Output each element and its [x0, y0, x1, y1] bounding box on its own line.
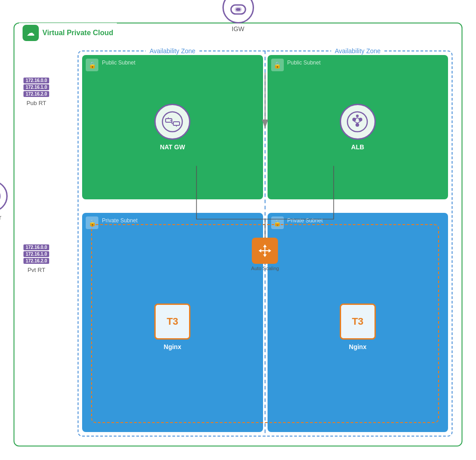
asg-label: Auto Scaling	[251, 266, 279, 271]
t3-chip-left: T3	[154, 304, 190, 340]
top-row: 🔒 Public Subnet	[82, 55, 448, 199]
svg-rect-2	[236, 8, 240, 11]
az-bottom-left: 🔒 Private Subnet T3 Nginx	[82, 213, 263, 432]
subnet-name-top-left: Public Subnet	[102, 60, 135, 66]
az-top-left: 🔒 Public Subnet	[82, 55, 263, 199]
nginx-left-group: T3 Nginx	[154, 304, 190, 350]
vpc-icon: ☁	[23, 25, 39, 41]
router-container: Router	[0, 180, 8, 221]
nginx-left-label: Nginx	[164, 343, 181, 350]
nat-gw-container: NAT GW	[154, 104, 190, 151]
subnet-name-top-right: Public Subnet	[287, 60, 321, 66]
svg-line-18	[357, 121, 360, 123]
alb-label: ALB	[351, 143, 364, 151]
nginx-right-group: T3 Nginx	[340, 304, 376, 350]
pvt-rt-label: Pvt RT	[23, 267, 49, 273]
pvt-rt-ip1: 172.16.0.0	[23, 244, 49, 250]
vpc-container: ☁ Virtual Private Cloud IGW	[14, 23, 462, 446]
az-top-right-label: Availability Zone	[331, 47, 384, 55]
private-subnet-left: 🔒 Private Subnet T3 Nginx	[82, 213, 263, 432]
asg-icon-box	[252, 238, 278, 264]
lock-bottom-right: 🔒	[271, 216, 284, 229]
subnet-name-bottom-left: Private Subnet	[102, 217, 138, 224]
pvt-rt-ip2: 172.16.1.0	[23, 251, 49, 257]
pub-rt-label: Pub RT	[23, 100, 49, 106]
pub-rt: 172.16.0.0 172.16.1.0 172.16.2.0 Pub RT	[23, 78, 49, 106]
pub-rt-ip2: 172.16.1.0	[23, 84, 49, 90]
az-top-right: 🔒 Public Subnet	[268, 55, 448, 199]
public-subnet-left: 🔒 Public Subnet	[82, 55, 263, 199]
nat-gw-icon	[154, 104, 190, 140]
lock-bottom-left: 🔒	[86, 216, 98, 229]
nginx-right-label: Nginx	[349, 343, 366, 350]
svg-rect-8	[173, 122, 180, 125]
svg-point-19	[356, 115, 359, 117]
auto-scaling-center: Auto Scaling	[251, 238, 279, 271]
t3-text-left: T3	[166, 316, 178, 327]
t3-chip-right: T3	[340, 304, 376, 340]
igw-icon	[222, 0, 254, 23]
private-subnet-right: 🔒 Private Subnet T3 Nginx	[268, 213, 448, 432]
t3-text-right: T3	[352, 316, 364, 327]
az-top-left-label: Availability Zone	[146, 47, 199, 55]
router-label: Router	[0, 214, 1, 221]
pub-rt-ip3: 172.16.2.0	[23, 91, 49, 97]
alb-icon	[340, 104, 376, 140]
vpc-label: ☁ Virtual Private Cloud	[19, 23, 117, 43]
svg-point-14	[356, 123, 359, 127]
svg-line-17	[354, 121, 357, 123]
pvt-rt: 172.16.0.0 172.16.1.0 172.16.2.0 Pvt RT	[23, 244, 49, 273]
main-area: Availability Zone Availability Zone 🔒 Pu…	[78, 51, 453, 437]
pvt-rt-ip3: 172.16.2.0	[23, 258, 49, 264]
az-bottom-right: 🔒 Private Subnet T3 Nginx	[268, 213, 448, 432]
subnet-name-bottom-right: Private Subnet	[287, 217, 323, 224]
lock-top-left: 🔒	[86, 59, 98, 71]
alb-container: ALB	[340, 104, 376, 151]
canvas: ☁ Virtual Private Cloud IGW	[0, 0, 476, 460]
lock-top-right: 🔒	[271, 59, 284, 71]
vpc-title: Virtual Private Cloud	[42, 29, 113, 37]
pub-rt-ip1: 172.16.0.0	[23, 78, 49, 83]
igw-label: IGW	[232, 25, 245, 32]
public-subnet-right: 🔒 Public Subnet	[268, 55, 448, 199]
router-icon	[0, 180, 8, 212]
nat-gw-label: NAT GW	[160, 143, 185, 151]
igw-container: IGW	[222, 0, 254, 32]
